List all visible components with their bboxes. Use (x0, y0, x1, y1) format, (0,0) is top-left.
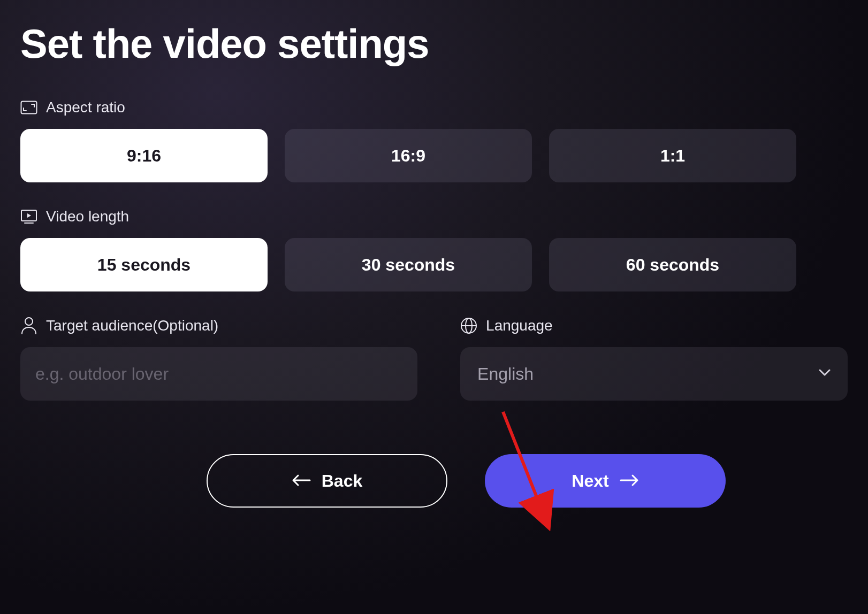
back-button-label: Back (322, 471, 363, 491)
target-audience-label: Target audience(Optional) (46, 317, 218, 334)
video-length-option-60[interactable]: 60 seconds (549, 238, 796, 291)
aspect-ratio-option-16-9[interactable]: 16:9 (285, 129, 532, 182)
aspect-ratio-option-1-1[interactable]: 1:1 (549, 129, 796, 182)
aspect-ratio-section: Aspect ratio 9:16 16:9 1:1 (20, 99, 848, 182)
next-button-label: Next (572, 471, 608, 491)
svg-point-3 (25, 318, 33, 325)
person-icon (20, 317, 37, 334)
language-header: Language (460, 317, 848, 334)
video-length-option-15[interactable]: 15 seconds (20, 238, 268, 291)
nav-buttons: Back Next (20, 454, 848, 508)
page-title: Set the video settings (20, 20, 848, 67)
aspect-ratio-header: Aspect ratio (20, 99, 848, 116)
video-length-options: 15 seconds 30 seconds 60 seconds (20, 238, 848, 291)
aspect-ratio-icon (20, 99, 37, 116)
chevron-down-icon (819, 369, 831, 379)
bottom-fields-row: Target audience(Optional) Language Engli… (20, 317, 848, 401)
aspect-ratio-label: Aspect ratio (46, 99, 125, 116)
video-length-section: Video length 15 seconds 30 seconds 60 se… (20, 208, 848, 291)
globe-icon (460, 317, 477, 334)
target-audience-input[interactable] (20, 347, 417, 401)
video-length-icon (20, 208, 37, 225)
svg-rect-0 (21, 102, 37, 114)
target-audience-header: Target audience(Optional) (20, 317, 417, 334)
arrow-right-icon (620, 471, 639, 491)
video-length-label: Video length (46, 208, 129, 225)
language-select[interactable]: English (460, 347, 848, 401)
next-button[interactable]: Next (485, 454, 726, 508)
language-group: Language English (460, 317, 848, 401)
video-length-option-30[interactable]: 30 seconds (285, 238, 532, 291)
video-length-header: Video length (20, 208, 848, 225)
aspect-ratio-options: 9:16 16:9 1:1 (20, 129, 848, 182)
back-button[interactable]: Back (207, 454, 447, 508)
aspect-ratio-option-9-16[interactable]: 9:16 (20, 129, 268, 182)
target-audience-group: Target audience(Optional) (20, 317, 417, 401)
arrow-left-icon (292, 471, 311, 491)
language-select-value: English (477, 364, 534, 384)
language-label: Language (486, 317, 553, 334)
